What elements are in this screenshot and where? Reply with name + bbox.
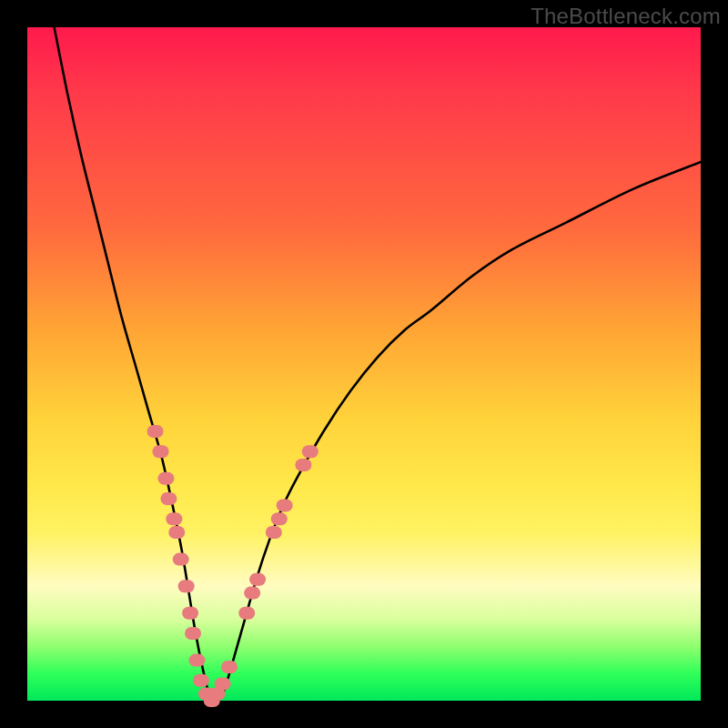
chart-frame: TheBottleneck.com [0,0,728,728]
data-markers-group [147,425,318,707]
plot-area [27,27,701,701]
curve-svg [27,27,701,701]
data-marker [182,607,198,620]
data-marker [244,587,260,600]
data-marker [249,573,266,586]
data-marker [193,674,209,687]
data-marker [185,627,201,640]
data-marker [147,425,164,438]
watermark-text: TheBottleneck.com [531,4,721,29]
data-marker [157,472,174,485]
data-marker [221,661,238,673]
data-marker [271,512,288,525]
data-marker [266,526,282,539]
data-marker [178,580,195,592]
data-marker [173,553,189,566]
data-marker [153,445,169,458]
data-marker [168,526,185,539]
data-marker [302,445,318,458]
bottleneck-curve-path [55,27,701,701]
data-marker [188,654,205,667]
data-marker [238,607,255,620]
data-marker [215,678,231,691]
data-marker [277,499,293,511]
data-marker [166,512,182,525]
data-marker [295,459,311,471]
data-marker [160,492,177,505]
